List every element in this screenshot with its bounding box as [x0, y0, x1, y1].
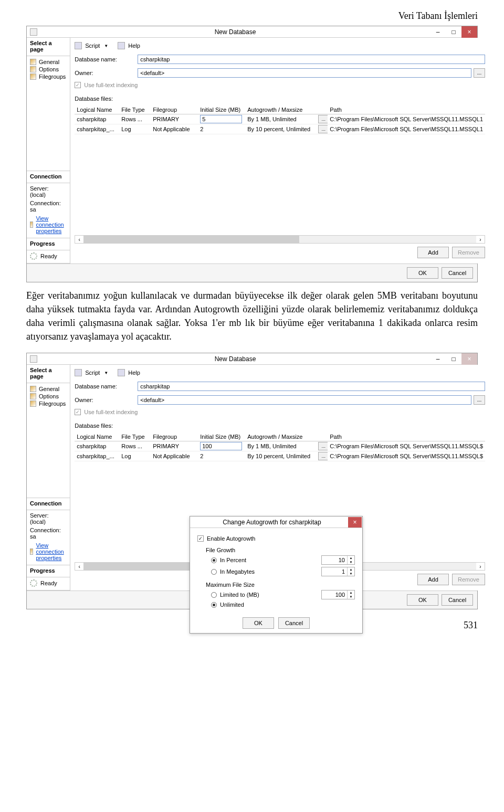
chevron-down-icon[interactable]: ▼ — [104, 44, 108, 48]
cancel-button[interactable]: Cancel — [442, 267, 473, 279]
progress-header: Progress — [27, 565, 70, 577]
close-button[interactable]: × — [461, 353, 477, 365]
autogrowth-browse-button[interactable]: ... — [318, 115, 328, 123]
minimize-button[interactable]: – — [430, 26, 446, 38]
connection-value: sa — [30, 533, 67, 540]
limited-to-spinner[interactable]: ▲▼ — [321, 590, 355, 599]
help-button[interactable]: Help — [128, 43, 140, 49]
owner-browse-button[interactable]: ... — [474, 68, 485, 78]
properties-icon — [30, 549, 33, 555]
maximize-button[interactable]: □ — [446, 353, 461, 365]
in-megabytes-radio[interactable] — [211, 569, 217, 575]
fulltext-label: Use full-text indexing — [84, 409, 138, 415]
sidebar-item-filegroups[interactable]: Filegroups — [30, 400, 67, 407]
in-percent-spinner[interactable]: ▲▼ — [321, 555, 355, 565]
cancel-button[interactable]: Cancel — [442, 594, 473, 606]
autogrowth-browse-button[interactable]: ... — [318, 125, 328, 133]
server-label: Server: — [30, 512, 67, 519]
minimize-button[interactable]: – — [430, 353, 446, 365]
in-megabytes-spinner[interactable]: ▲▼ — [321, 567, 355, 576]
new-database-dialog-1: New Database – □ × Select a page General… — [26, 26, 478, 282]
dialog-title: New Database — [40, 28, 430, 36]
body-paragraph: Eğer veritabanımız yoğun kullanılacak ve… — [26, 289, 478, 343]
database-files-label: Database files: — [75, 423, 485, 429]
select-a-page-header: Select a page — [27, 365, 70, 383]
limited-to-label: Limited to (MB) — [220, 592, 321, 598]
change-autogrowth-dialog: Change Autogrowth for csharpkitap × ✓ En… — [190, 516, 363, 634]
page-header: Veri Tabanı İşlemleri — [26, 0, 478, 26]
owner-label: Owner: — [75, 70, 138, 76]
properties-icon — [30, 222, 33, 228]
fulltext-checkbox: ✓ — [75, 82, 81, 88]
unlimited-radio[interactable] — [211, 602, 217, 608]
maximize-button[interactable]: □ — [446, 26, 461, 38]
owner-browse-button[interactable]: ... — [474, 395, 485, 405]
remove-button[interactable]: Remove — [452, 247, 485, 258]
grid-row[interactable]: csharpkitap_... Log Not Applicable 2 By … — [75, 451, 485, 461]
help-button[interactable]: Help — [128, 370, 140, 376]
script-button[interactable]: Script — [85, 370, 100, 376]
progress-status: Ready — [40, 253, 57, 259]
remove-button[interactable]: Remove — [452, 574, 485, 585]
server-label: Server: — [30, 185, 67, 192]
in-megabytes-label: In Megabytes — [220, 568, 321, 575]
page-icon — [30, 66, 36, 72]
page-icon — [30, 400, 36, 407]
database-files-label: Database files: — [75, 96, 485, 102]
chevron-down-icon[interactable]: ▼ — [104, 371, 108, 375]
new-database-dialog-2: New Database – □ × Select a page General… — [26, 353, 478, 609]
grid-row[interactable]: csharpkitap Rows ... PRIMARY By 1 MB, Un… — [75, 441, 485, 451]
view-connection-properties-link[interactable]: View connection properties — [36, 215, 67, 234]
autogrowth-dialog-title: Change Autogrowth for csharpkitap — [196, 519, 348, 526]
sidebar-item-general[interactable]: General — [30, 58, 67, 66]
horizontal-scrollbar[interactable]: ‹ › — [75, 235, 485, 244]
owner-input[interactable] — [138, 68, 471, 78]
owner-input[interactable] — [138, 395, 471, 405]
ok-button[interactable]: OK — [407, 594, 438, 606]
sidebar-item-filegroups[interactable]: Filegroups — [30, 73, 67, 80]
ok-button[interactable]: OK — [243, 617, 274, 629]
max-file-size-header: Maximum File Size — [206, 582, 355, 588]
page-icon — [30, 393, 36, 399]
initial-size-input[interactable] — [200, 115, 242, 123]
progress-spinner-icon — [30, 579, 37, 587]
page-icon — [30, 73, 36, 80]
progress-status: Ready — [40, 580, 57, 586]
close-button[interactable]: × — [348, 517, 362, 528]
connection-label: Connection: — [30, 200, 67, 206]
sidebar-item-general[interactable]: General — [30, 385, 67, 393]
select-a-page-header: Select a page — [27, 38, 70, 56]
unlimited-label: Unlimited — [220, 602, 355, 608]
database-name-input[interactable] — [138, 382, 485, 391]
enable-autogrowth-label: Enable Autogrowth — [207, 535, 255, 542]
close-button[interactable]: × — [461, 26, 477, 38]
sidebar-item-options[interactable]: Options — [30, 393, 67, 400]
in-percent-label: In Percent — [220, 557, 321, 563]
add-button[interactable]: Add — [417, 247, 449, 258]
in-percent-radio[interactable] — [211, 557, 217, 563]
cancel-button[interactable]: Cancel — [278, 617, 310, 629]
dialog-title: New Database — [40, 355, 430, 363]
database-name-label: Database name: — [75, 56, 138, 62]
owner-label: Owner: — [75, 397, 138, 403]
sidebar-item-options[interactable]: Options — [30, 66, 67, 73]
database-icon — [30, 355, 37, 363]
progress-header: Progress — [27, 238, 70, 250]
view-connection-properties-link[interactable]: View connection properties — [36, 542, 67, 561]
enable-autogrowth-checkbox[interactable]: ✓ — [197, 535, 204, 542]
page-icon — [30, 59, 36, 65]
add-button[interactable]: Add — [417, 574, 449, 585]
autogrowth-browse-button[interactable]: ... — [318, 442, 328, 450]
autogrowth-browse-button[interactable]: ... — [318, 452, 328, 460]
server-value: (local) — [30, 192, 67, 198]
database-name-input[interactable] — [138, 55, 485, 64]
grid-row[interactable]: csharpkitap_... Log Not Applicable 2 By … — [75, 124, 485, 134]
ok-button[interactable]: OK — [407, 267, 438, 279]
script-button[interactable]: Script — [85, 43, 100, 49]
grid-row[interactable]: csharpkitap Rows ... PRIMARY By 1 MB, Un… — [75, 114, 485, 124]
limited-to-radio[interactable] — [211, 592, 217, 598]
initial-size-input[interactable] — [200, 442, 242, 450]
connection-value: sa — [30, 206, 67, 213]
fulltext-label: Use full-text indexing — [84, 82, 138, 88]
help-icon — [118, 42, 125, 49]
